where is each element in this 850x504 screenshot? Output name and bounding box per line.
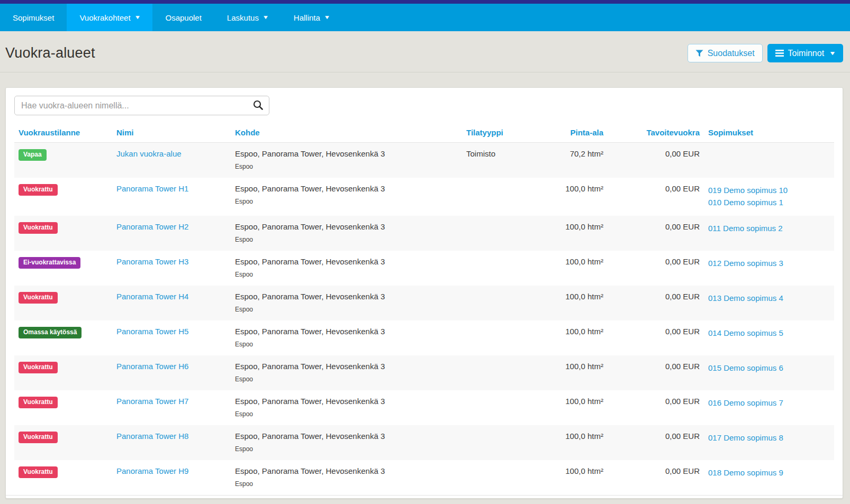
top-accent-strip <box>0 0 850 4</box>
kohde-cell: Espoo, Panorama Tower, Hevosenkenkä 3Esp… <box>231 178 462 216</box>
status-badge: Ei-vuokrattavissa <box>19 257 80 269</box>
sopimukset-cell: 016 Demo sopimus 7 <box>704 390 834 425</box>
nav-item-label: Osapuolet <box>165 13 201 22</box>
rental-area-name-link[interactable]: Panorama Tower H1 <box>116 184 188 193</box>
kohde-cell: Espoo, Panorama Tower, Hevosenkenkä 3Esp… <box>231 425 462 460</box>
sopimukset-cell: 019 Demo sopimus 10010 Demo sopimus 1 <box>704 178 834 216</box>
kohde-sub-text: Espoo <box>235 236 458 243</box>
nav-item-laskutus[interactable]: Laskutus▼ <box>214 4 281 31</box>
chevron-down-icon: ▼ <box>829 50 836 56</box>
status-cell: Vuokrattu <box>14 216 112 251</box>
status-badge: Vuokrattu <box>19 466 58 478</box>
nav-item-sopimukset[interactable]: Sopimukset <box>0 4 67 31</box>
chevron-down-icon: ▼ <box>262 15 269 20</box>
rental-area-name-link[interactable]: Panorama Tower H6 <box>116 362 188 371</box>
table-row: VuokrattuPanorama Tower H9Espoo, Panoram… <box>14 460 834 495</box>
tilatyyppi-cell <box>462 216 539 251</box>
rental-area-name-link[interactable]: Panorama Tower H9 <box>116 466 188 475</box>
kohde-main-text: Espoo, Panorama Tower, Hevosenkenkä 3 <box>235 257 458 266</box>
rental-area-name-link[interactable]: Panorama Tower H8 <box>116 432 188 441</box>
kohde-sub-text: Espoo <box>235 445 458 453</box>
name-cell: Panorama Tower H7 <box>112 390 231 425</box>
kohde-cell: Espoo, Panorama Tower, Hevosenkenkä 3Esp… <box>231 355 462 390</box>
column-header-tilatyyppi[interactable]: Tilatyyppi <box>462 123 539 143</box>
header-buttons: Suodatukset Toiminnot ▼ <box>688 44 843 62</box>
column-header-tavoitevuokra[interactable]: Tavoitevuokra <box>608 123 704 143</box>
pinta-ala-cell: 100,0 htm² <box>539 390 608 425</box>
nav-item-label: Vuokrakohteet <box>79 13 130 22</box>
status-cell: Vuokrattu <box>14 425 112 460</box>
contract-link[interactable]: 013 Demo sopimus 4 <box>708 292 830 304</box>
kohde-sub-text: Espoo <box>235 163 458 170</box>
kohde-sub-text: Espoo <box>235 306 458 313</box>
pinta-ala-cell: 100,0 htm² <box>539 355 608 390</box>
kohde-cell: Espoo, Panorama Tower, Hevosenkenkä 3Esp… <box>231 216 462 251</box>
rental-area-name-link[interactable]: Panorama Tower H3 <box>116 257 188 266</box>
column-header-vuokraustilanne[interactable]: Vuokraustilanne <box>14 123 112 143</box>
kohde-main-text: Espoo, Panorama Tower, Hevosenkenkä 3 <box>235 432 458 441</box>
sopimukset-cell <box>704 143 834 178</box>
status-badge: Vuokrattu <box>19 397 58 408</box>
kohde-main-text: Espoo, Panorama Tower, Hevosenkenkä 3 <box>235 149 458 158</box>
contract-link[interactable]: 016 Demo sopimus 7 <box>708 397 830 409</box>
tilatyyppi-cell <box>462 320 539 355</box>
content-card: VuokraustilanneNimiKohdeTilatyyppiPinta-… <box>5 87 843 499</box>
column-header-sopimukset[interactable]: Sopimukset <box>704 123 834 143</box>
column-header-pinta-ala[interactable]: Pinta-ala <box>539 123 608 143</box>
status-cell: Vuokrattu <box>14 460 112 495</box>
pinta-ala-cell: 100,0 htm² <box>539 216 608 251</box>
nav-item-label: Hallinta <box>294 13 320 22</box>
tilatyyppi-cell <box>462 251 539 286</box>
actions-button[interactable]: Toiminnot ▼ <box>767 44 843 62</box>
table-row: Ei-vuokrattavissaPanorama Tower H3Espoo,… <box>14 251 834 286</box>
tavoitevuokra-cell: 0,00 EUR <box>608 251 704 286</box>
contract-link[interactable]: 012 Demo sopimus 3 <box>708 257 830 269</box>
kohde-sub-text: Espoo <box>235 410 458 418</box>
kohde-cell: Espoo, Panorama Tower, Hevosenkenkä 3Esp… <box>231 143 462 178</box>
status-badge: Vuokrattu <box>19 184 58 196</box>
status-cell: Omassa käytössä <box>14 320 112 355</box>
tavoitevuokra-cell: 0,00 EUR <box>608 355 704 390</box>
tilatyyppi-cell <box>462 390 539 425</box>
rental-area-name-link[interactable]: Panorama Tower H2 <box>116 222 188 231</box>
tilatyyppi-cell <box>462 286 539 320</box>
contract-link[interactable]: 014 Demo sopimus 5 <box>708 327 830 339</box>
name-cell: Panorama Tower H1 <box>112 178 231 216</box>
kohde-main-text: Espoo, Panorama Tower, Hevosenkenkä 3 <box>235 327 458 336</box>
filters-button[interactable]: Suodatukset <box>688 44 763 62</box>
column-header-kohde[interactable]: Kohde <box>231 123 462 143</box>
chevron-down-icon: ▼ <box>323 15 330 20</box>
nav-item-label: Laskutus <box>227 13 259 22</box>
contract-link[interactable]: 017 Demo sopimus 8 <box>708 432 830 444</box>
name-cell: Jukan vuokra-alue <box>112 143 231 178</box>
search-icon[interactable] <box>253 100 263 112</box>
tilatyyppi-cell <box>462 425 539 460</box>
tavoitevuokra-cell: 0,00 EUR <box>608 143 704 178</box>
kohde-cell: Espoo, Panorama Tower, Hevosenkenkä 3Esp… <box>231 460 462 495</box>
sopimukset-cell: 011 Demo sopimus 2 <box>704 216 834 251</box>
rental-area-name-link[interactable]: Panorama Tower H7 <box>116 397 188 406</box>
column-header-nimi[interactable]: Nimi <box>112 123 231 143</box>
contract-link[interactable]: 015 Demo sopimus 6 <box>708 362 830 374</box>
pinta-ala-cell: 100,0 htm² <box>539 425 608 460</box>
rental-area-name-link[interactable]: Jukan vuokra-alue <box>116 149 182 158</box>
status-cell: Vuokrattu <box>14 286 112 320</box>
actions-button-label: Toiminnot <box>788 49 824 58</box>
kohde-main-text: Espoo, Panorama Tower, Hevosenkenkä 3 <box>235 184 458 193</box>
contract-link[interactable]: 018 Demo sopimus 9 <box>708 466 830 479</box>
table-body: VapaaJukan vuokra-alueEspoo, Panorama To… <box>14 143 834 496</box>
hamburger-icon <box>775 50 784 57</box>
rental-area-name-link[interactable]: Panorama Tower H5 <box>116 327 188 336</box>
pinta-ala-cell: 70,2 htm² <box>539 143 608 178</box>
name-cell: Panorama Tower H3 <box>112 251 231 286</box>
table-header-row: VuokraustilanneNimiKohdeTilatyyppiPinta-… <box>14 123 834 143</box>
contract-link[interactable]: 011 Demo sopimus 2 <box>708 222 830 234</box>
contract-link[interactable]: 019 Demo sopimus 10 <box>708 184 830 196</box>
sopimukset-cell: 017 Demo sopimus 8 <box>704 425 834 460</box>
search-input[interactable] <box>14 96 269 115</box>
rental-area-name-link[interactable]: Panorama Tower H4 <box>116 292 188 301</box>
nav-item-vuokrakohteet[interactable]: Vuokrakohteet▼ <box>67 4 152 31</box>
nav-item-hallinta[interactable]: Hallinta▼ <box>281 4 342 31</box>
nav-item-osapuolet[interactable]: Osapuolet <box>152 4 214 31</box>
contract-link[interactable]: 010 Demo sopimus 1 <box>708 196 830 208</box>
